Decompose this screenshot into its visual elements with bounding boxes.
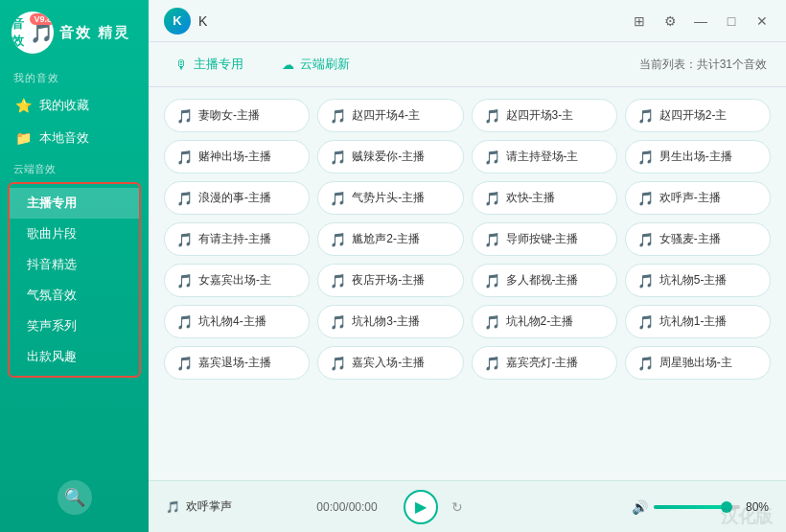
grid-view-button[interactable]: ⊞ [631, 12, 648, 30]
sound-button[interactable]: 🎵坑礼物5-主播 [625, 264, 771, 297]
sidebar-item-funny[interactable]: 出款风趣 [10, 341, 139, 372]
sound-button[interactable]: 🎵浪漫的事-主播 [164, 181, 310, 215]
sound-button[interactable]: 🎵坑礼物1-主播 [625, 305, 771, 338]
sound-item-icon: 🎵 [484, 356, 500, 371]
local-icon: 📁 [15, 130, 32, 146]
volume-control: 🔊 80% [632, 499, 769, 515]
play-button[interactable]: ▶ [404, 490, 438, 524]
sound-button[interactable]: 🎵有请主持-主播 [164, 222, 310, 256]
sound-grid: 🎵妻吻女-主播🎵赵四开场4-主🎵赵四开场3-主🎵赵四开场2-主🎵赌神出场-主播🎵… [164, 99, 771, 380]
sound-button[interactable]: 🎵坑礼物3-主播 [317, 305, 463, 338]
sidebar-item-local[interactable]: 📁 本地音效 [0, 122, 149, 154]
minimize-button[interactable]: — [692, 12, 709, 30]
sound-button[interactable]: 🎵坑礼物2-主播 [472, 305, 617, 338]
volume-thumb [721, 501, 732, 513]
star-icon: ⭐ [15, 98, 32, 113]
status-text: 当前列表：共计31个音效 [639, 57, 767, 73]
sound-button[interactable]: 🎵男生出场-主播 [625, 140, 771, 173]
sound-button[interactable]: 🎵气势片头-主播 [317, 181, 463, 215]
volume-fill [654, 505, 723, 509]
sound-item-icon: 🎵 [637, 314, 654, 330]
close-button[interactable]: ✕ [753, 12, 771, 30]
volume-icon[interactable]: 🔊 [632, 499, 648, 515]
sound-item-icon: 🎵 [176, 356, 193, 371]
volume-slider[interactable] [654, 505, 740, 509]
cloud-effects-section: 云端音效 [0, 154, 149, 180]
sound-item-icon: 🎵 [484, 273, 500, 289]
cloud-icon: ☁ [282, 58, 294, 72]
sound-button[interactable]: 🎵嘉宾亮灯-主播 [472, 346, 617, 380]
sound-button[interactable]: 🎵嘉宾入场-主播 [317, 346, 463, 380]
logo-text: 音效 精灵 [59, 24, 130, 42]
sound-button[interactable]: 🎵嘉宾退场-主播 [164, 346, 310, 380]
main-panel: K K ⊞ ⚙ — □ ✕ 🎙 主播专用 ☁ 云端刷新 当前列表：共计31个音效… [149, 0, 786, 532]
player-track-info: 🎵 欢呼掌声 [166, 498, 290, 515]
cloud-menu-box: 主播专用 歌曲片段 抖音精选 气氛音效 笑声系列 出款风趣 [8, 182, 141, 378]
sound-button[interactable]: 🎵坑礼物4-主播 [164, 305, 310, 338]
sound-item-icon: 🎵 [176, 314, 193, 330]
sound-button[interactable]: 🎵赵四开场4-主 [317, 99, 463, 132]
sidebar-item-songs[interactable]: 歌曲片段 [10, 219, 139, 249]
sound-button[interactable]: 🎵请主持登场-主 [472, 140, 617, 173]
sound-item-icon: 🎵 [484, 314, 500, 330]
sidebar-search-area: 🔍 [0, 473, 149, 522]
sound-item-icon: 🎵 [330, 314, 346, 330]
sound-item-icon: 🎵 [484, 191, 500, 206]
sidebar: 音效 V9.8 音效 精灵 我的音效 ⭐ 我的收藏 📁 本地音效 云端音效 主播… [0, 0, 149, 532]
titlebar: K K ⊞ ⚙ — □ ✕ [149, 0, 786, 42]
my-effects-section: 我的音效 [0, 63, 149, 89]
sound-item-icon: 🎵 [637, 108, 654, 124]
cloud-refresh-button[interactable]: ☁ 云端刷新 [274, 52, 358, 77]
sound-item-icon: 🎵 [637, 356, 654, 371]
sound-item-icon: 🎵 [637, 273, 654, 289]
track-icon: 🎵 [166, 500, 180, 514]
volume-pct: 80% [746, 500, 769, 514]
sound-item-icon: 🎵 [176, 150, 193, 165]
sound-button[interactable]: 🎵尴尬声2-主播 [317, 222, 463, 256]
sound-button[interactable]: 🎵夜店开场-主播 [317, 264, 463, 297]
repeat-button[interactable]: ↻ [451, 499, 463, 515]
sound-button[interactable]: 🎵女骚麦-主播 [625, 222, 771, 256]
sound-item-icon: 🎵 [176, 273, 193, 289]
sound-button[interactable]: 🎵导师按键-主播 [472, 222, 617, 256]
sound-button[interactable]: 🎵女嘉宾出场-主 [164, 264, 310, 297]
sound-button[interactable]: 🎵赵四开场3-主 [472, 99, 617, 132]
sound-item-icon: 🎵 [330, 356, 346, 371]
sound-item-icon: 🎵 [330, 108, 346, 124]
version-badge: V9.8 [30, 13, 54, 25]
sound-button[interactable]: 🎵妻吻女-主播 [164, 99, 310, 132]
settings-button[interactable]: ⚙ [661, 12, 679, 30]
sound-item-icon: 🎵 [330, 232, 346, 247]
sound-button[interactable]: 🎵赵四开场2-主 [625, 99, 771, 132]
sound-item-icon: 🎵 [176, 108, 193, 124]
sidebar-item-collection[interactable]: ⭐ 我的收藏 [0, 89, 149, 122]
sound-button[interactable]: 🎵多人都视-主播 [472, 264, 617, 297]
restore-button[interactable]: □ [723, 12, 740, 30]
sound-item-icon: 🎵 [637, 150, 654, 165]
sound-grid-container: 🎵妻吻女-主播🎵赵四开场4-主🎵赵四开场3-主🎵赵四开场2-主🎵赌神出场-主播🎵… [149, 87, 786, 480]
host-mode-button[interactable]: 🎙 主播专用 [168, 52, 251, 77]
sound-button[interactable]: 🎵欢快-主播 [472, 181, 617, 215]
app-title: K [198, 13, 207, 29]
host-icon: 🎙 [175, 58, 188, 72]
sound-button[interactable]: 🎵欢呼声-主播 [625, 181, 771, 215]
sound-item-icon: 🎵 [330, 191, 346, 206]
sound-button[interactable]: 🎵赌神出场-主播 [164, 140, 310, 173]
sound-item-icon: 🎵 [330, 273, 346, 289]
sound-item-icon: 🎵 [637, 232, 654, 247]
sidebar-item-tiktok[interactable]: 抖音精选 [10, 249, 139, 280]
sidebar-item-atmosphere[interactable]: 气氛音效 [10, 280, 139, 311]
toolbar: 🎙 主播专用 ☁ 云端刷新 当前列表：共计31个音效 [149, 42, 786, 87]
sound-item-icon: 🎵 [330, 150, 346, 165]
sound-item-icon: 🎵 [484, 232, 500, 247]
search-button[interactable]: 🔍 [58, 480, 92, 515]
sidebar-item-host[interactable]: 主播专用 [10, 188, 139, 219]
sound-button[interactable]: 🎵贼辣爱你-主播 [317, 140, 463, 173]
app-avatar: K [164, 8, 191, 35]
app-logo-icon: 音效 V9.8 [12, 12, 54, 54]
sidebar-item-laughter[interactable]: 笑声系列 [10, 311, 139, 341]
sound-item-icon: 🎵 [484, 108, 500, 124]
sound-button[interactable]: 🎵周星驰出场-主 [625, 346, 771, 380]
sound-item-icon: 🎵 [637, 191, 654, 206]
logo-area: 音效 V9.8 音效 精灵 [0, 0, 149, 63]
